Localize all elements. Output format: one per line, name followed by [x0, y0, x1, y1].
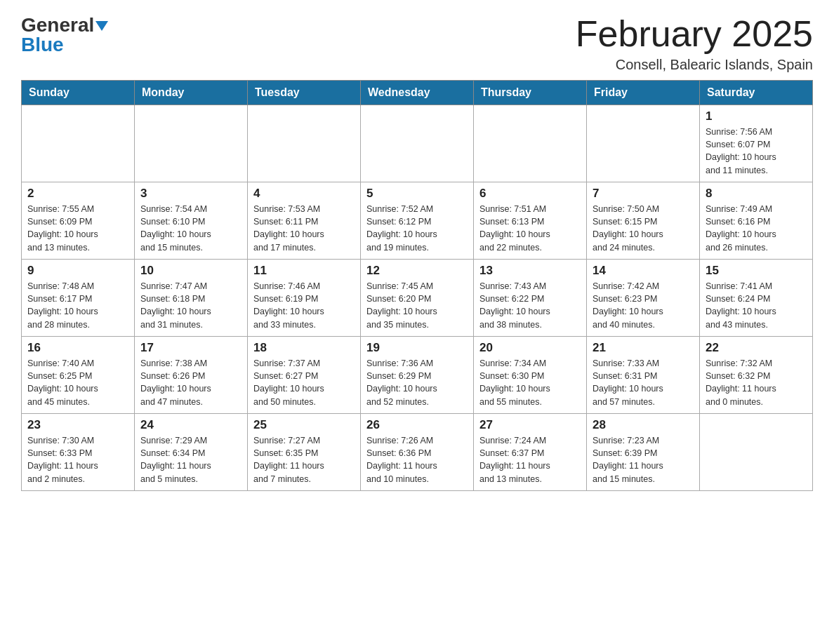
day-number: 4	[253, 187, 355, 201]
day-info: Sunrise: 7:42 AM Sunset: 6:23 PM Dayligh…	[593, 280, 694, 331]
day-info: Sunrise: 7:24 AM Sunset: 6:37 PM Dayligh…	[479, 434, 581, 485]
day-info: Sunrise: 7:34 AM Sunset: 6:30 PM Dayligh…	[479, 357, 581, 408]
day-info: Sunrise: 7:55 AM Sunset: 6:09 PM Dayligh…	[27, 203, 128, 254]
month-title: February 2025	[576, 14, 813, 54]
day-cell: 1Sunrise: 7:56 AM Sunset: 6:07 PM Daylig…	[700, 105, 813, 182]
day-number: 14	[593, 264, 694, 278]
day-cell: 13Sunrise: 7:43 AM Sunset: 6:22 PM Dayli…	[474, 260, 587, 337]
day-info: Sunrise: 7:50 AM Sunset: 6:15 PM Dayligh…	[593, 203, 694, 254]
day-cell: 7Sunrise: 7:50 AM Sunset: 6:15 PM Daylig…	[587, 182, 700, 260]
day-info: Sunrise: 7:56 AM Sunset: 6:07 PM Dayligh…	[706, 126, 807, 177]
day-number: 15	[706, 264, 807, 278]
day-number: 18	[253, 341, 355, 355]
day-number: 9	[27, 264, 128, 278]
day-cell: 3Sunrise: 7:54 AM Sunset: 6:10 PM Daylig…	[135, 182, 248, 260]
day-cell: 11Sunrise: 7:46 AM Sunset: 6:19 PM Dayli…	[248, 260, 361, 337]
day-cell: 17Sunrise: 7:38 AM Sunset: 6:26 PM Dayli…	[135, 337, 248, 414]
day-cell	[248, 105, 361, 182]
day-cell: 14Sunrise: 7:42 AM Sunset: 6:23 PM Dayli…	[587, 260, 700, 337]
day-number: 10	[140, 264, 241, 278]
day-number: 28	[593, 418, 694, 432]
day-info: Sunrise: 7:36 AM Sunset: 6:29 PM Dayligh…	[366, 357, 468, 408]
day-number: 25	[253, 418, 355, 432]
day-cell: 6Sunrise: 7:51 AM Sunset: 6:13 PM Daylig…	[474, 182, 587, 260]
day-number: 23	[27, 418, 128, 432]
col-header-wednesday: Wednesday	[361, 81, 474, 105]
day-number: 2	[27, 187, 128, 201]
day-info: Sunrise: 7:54 AM Sunset: 6:10 PM Dayligh…	[140, 203, 241, 254]
col-header-sunday: Sunday	[22, 81, 135, 105]
calendar-header-row: SundayMondayTuesdayWednesdayThursdayFrid…	[22, 81, 813, 105]
day-number: 16	[27, 341, 128, 355]
day-cell: 16Sunrise: 7:40 AM Sunset: 6:25 PM Dayli…	[22, 337, 135, 414]
day-info: Sunrise: 7:41 AM Sunset: 6:24 PM Dayligh…	[706, 280, 807, 331]
week-row-4: 16Sunrise: 7:40 AM Sunset: 6:25 PM Dayli…	[22, 337, 813, 414]
day-info: Sunrise: 7:40 AM Sunset: 6:25 PM Dayligh…	[27, 357, 128, 408]
col-header-tuesday: Tuesday	[248, 81, 361, 105]
day-cell: 21Sunrise: 7:33 AM Sunset: 6:31 PM Dayli…	[587, 337, 700, 414]
day-info: Sunrise: 7:47 AM Sunset: 6:18 PM Dayligh…	[140, 280, 241, 331]
day-info: Sunrise: 7:33 AM Sunset: 6:31 PM Dayligh…	[593, 357, 694, 408]
day-number: 19	[366, 341, 468, 355]
day-cell: 19Sunrise: 7:36 AM Sunset: 6:29 PM Dayli…	[361, 337, 474, 414]
day-number: 20	[479, 341, 581, 355]
calendar: SundayMondayTuesdayWednesdayThursdayFrid…	[21, 80, 813, 491]
day-cell	[22, 105, 135, 182]
day-info: Sunrise: 7:38 AM Sunset: 6:26 PM Dayligh…	[140, 357, 241, 408]
day-number: 3	[140, 187, 241, 201]
day-cell: 4Sunrise: 7:53 AM Sunset: 6:11 PM Daylig…	[248, 182, 361, 260]
day-cell: 26Sunrise: 7:26 AM Sunset: 6:36 PM Dayli…	[361, 414, 474, 491]
day-info: Sunrise: 7:27 AM Sunset: 6:35 PM Dayligh…	[253, 434, 355, 485]
day-cell: 5Sunrise: 7:52 AM Sunset: 6:12 PM Daylig…	[361, 182, 474, 260]
day-info: Sunrise: 7:37 AM Sunset: 6:27 PM Dayligh…	[253, 357, 355, 408]
day-cell: 18Sunrise: 7:37 AM Sunset: 6:27 PM Dayli…	[248, 337, 361, 414]
logo-blue: Blue	[21, 34, 64, 56]
day-cell	[135, 105, 248, 182]
day-cell: 25Sunrise: 7:27 AM Sunset: 6:35 PM Dayli…	[248, 414, 361, 491]
day-number: 17	[140, 341, 241, 355]
day-cell: 20Sunrise: 7:34 AM Sunset: 6:30 PM Dayli…	[474, 337, 587, 414]
col-header-monday: Monday	[135, 81, 248, 105]
day-number: 8	[706, 187, 807, 201]
col-header-saturday: Saturday	[700, 81, 813, 105]
week-row-1: 1Sunrise: 7:56 AM Sunset: 6:07 PM Daylig…	[22, 105, 813, 182]
day-number: 7	[593, 187, 694, 201]
day-cell: 23Sunrise: 7:30 AM Sunset: 6:33 PM Dayli…	[22, 414, 135, 491]
week-row-5: 23Sunrise: 7:30 AM Sunset: 6:33 PM Dayli…	[22, 414, 813, 491]
day-number: 24	[140, 418, 241, 432]
logo-arrow-icon	[95, 21, 108, 31]
day-cell: 24Sunrise: 7:29 AM Sunset: 6:34 PM Dayli…	[135, 414, 248, 491]
day-cell: 22Sunrise: 7:32 AM Sunset: 6:32 PM Dayli…	[700, 337, 813, 414]
col-header-thursday: Thursday	[474, 81, 587, 105]
day-info: Sunrise: 7:48 AM Sunset: 6:17 PM Dayligh…	[27, 280, 128, 331]
day-info: Sunrise: 7:52 AM Sunset: 6:12 PM Dayligh…	[366, 203, 468, 254]
day-number: 22	[706, 341, 807, 355]
day-info: Sunrise: 7:53 AM Sunset: 6:11 PM Dayligh…	[253, 203, 355, 254]
day-info: Sunrise: 7:51 AM Sunset: 6:13 PM Dayligh…	[479, 203, 581, 254]
logo: General Blue	[21, 14, 108, 56]
day-cell	[700, 414, 813, 491]
day-number: 5	[366, 187, 468, 201]
week-row-3: 9Sunrise: 7:48 AM Sunset: 6:17 PM Daylig…	[22, 260, 813, 337]
day-info: Sunrise: 7:46 AM Sunset: 6:19 PM Dayligh…	[253, 280, 355, 331]
day-cell: 2Sunrise: 7:55 AM Sunset: 6:09 PM Daylig…	[22, 182, 135, 260]
week-row-2: 2Sunrise: 7:55 AM Sunset: 6:09 PM Daylig…	[22, 182, 813, 260]
day-cell	[474, 105, 587, 182]
day-info: Sunrise: 7:49 AM Sunset: 6:16 PM Dayligh…	[706, 203, 807, 254]
day-cell: 8Sunrise: 7:49 AM Sunset: 6:16 PM Daylig…	[700, 182, 813, 260]
day-cell	[361, 105, 474, 182]
day-number: 27	[479, 418, 581, 432]
day-info: Sunrise: 7:23 AM Sunset: 6:39 PM Dayligh…	[593, 434, 694, 485]
day-cell: 12Sunrise: 7:45 AM Sunset: 6:20 PM Dayli…	[361, 260, 474, 337]
day-cell: 28Sunrise: 7:23 AM Sunset: 6:39 PM Dayli…	[587, 414, 700, 491]
day-cell: 9Sunrise: 7:48 AM Sunset: 6:17 PM Daylig…	[22, 260, 135, 337]
day-info: Sunrise: 7:29 AM Sunset: 6:34 PM Dayligh…	[140, 434, 241, 485]
day-info: Sunrise: 7:32 AM Sunset: 6:32 PM Dayligh…	[706, 357, 807, 408]
day-cell: 10Sunrise: 7:47 AM Sunset: 6:18 PM Dayli…	[135, 260, 248, 337]
day-info: Sunrise: 7:30 AM Sunset: 6:33 PM Dayligh…	[27, 434, 128, 485]
day-number: 12	[366, 264, 468, 278]
day-number: 26	[366, 418, 468, 432]
day-info: Sunrise: 7:45 AM Sunset: 6:20 PM Dayligh…	[366, 280, 468, 331]
title-area: February 2025 Consell, Balearic Islands,…	[576, 14, 813, 73]
day-number: 21	[593, 341, 694, 355]
